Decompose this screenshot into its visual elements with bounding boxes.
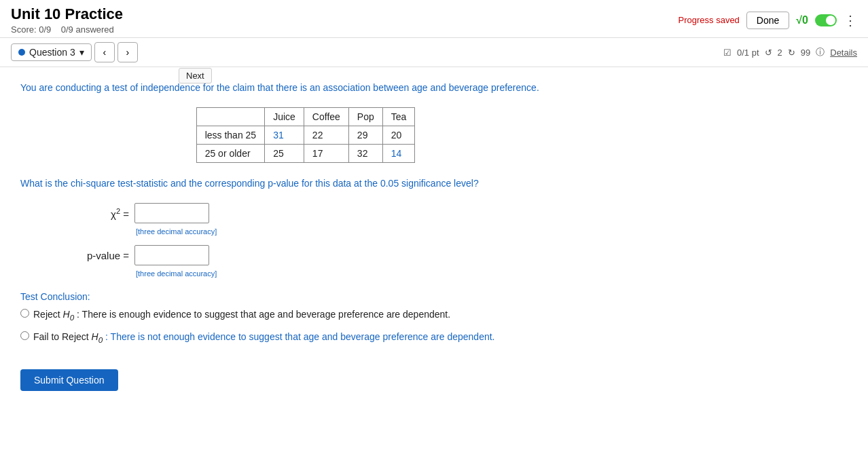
header: Unit 10 Practice Score: 0/9 0/9 answered… [0, 0, 868, 38]
radio-option-fail: Fail to Reject H0 : There is not enough … [20, 330, 591, 345]
radio-fail-text: Fail to Reject H0 : There is not enough … [33, 330, 494, 345]
next-question-button[interactable]: › [117, 42, 138, 62]
row-label-lt25: less than 25 [196, 126, 265, 145]
data-table: Juice Coffee Pop Tea less than 25 31 22 … [196, 107, 416, 163]
pvalue-row: p-value = [75, 245, 591, 265]
header-score: Score: 0/9 0/9 answered [11, 24, 123, 35]
chi-square-input[interactable] [134, 203, 209, 223]
header-left: Unit 10 Practice Score: 0/9 0/9 answered [11, 5, 123, 35]
next-tooltip: Next [179, 68, 212, 83]
reject-h0-sub: 0 [70, 313, 74, 322]
score-label: Score: [11, 24, 37, 35]
pvalue-label: p-value = [75, 250, 129, 261]
reject-suffix: : There is enough evidence to suggest th… [77, 309, 450, 320]
table-header-tea: Tea [382, 108, 415, 126]
prev-question-button[interactable]: ‹ [94, 42, 115, 62]
check-icon: ☑ [723, 48, 731, 58]
chi-square-label: χ2 = [75, 207, 129, 220]
question-label: Question 3 [29, 47, 75, 58]
radio-reject[interactable] [20, 309, 29, 318]
reject-h0: H0 [63, 309, 75, 320]
fail-h0: H0 [92, 331, 103, 342]
radio-fail[interactable] [20, 331, 29, 340]
score-value: 0/9 [39, 24, 51, 35]
cell-lt25-coffee: 22 [304, 126, 348, 145]
info-icon: ⓘ [816, 46, 825, 58]
pvalue-input[interactable] [134, 245, 209, 265]
chevron-down-icon: ▾ [79, 47, 84, 58]
navbar-right: ☑ 0/1 pt ↺ 2 ↻ 99 ⓘ Details [723, 46, 857, 58]
sqrt-score: √0 [796, 14, 808, 26]
question-dot-icon [18, 49, 25, 56]
done-button[interactable]: Done [746, 12, 789, 29]
score-pts: 0/1 pt [737, 48, 759, 58]
conclusion-section: Test Conclusion: Reject H0 : There is en… [20, 291, 591, 346]
reject-prefix: Reject [33, 309, 63, 320]
cell-25plus-tea: 14 [382, 145, 415, 163]
cell-lt25-tea: 20 [382, 126, 415, 145]
retry-icon: ↺ [765, 48, 772, 58]
conclusion-label: Test Conclusion: [20, 291, 591, 302]
progress-saved-label: Progress saved [679, 15, 740, 25]
radio-option-reject: Reject H0 : There is enough evidence to … [20, 307, 591, 323]
table-header-pop: Pop [348, 108, 382, 126]
table-header-juice: Juice [265, 108, 304, 126]
question-text-2: What is the chi-square test-statistic an… [20, 176, 591, 191]
fail-prefix: Fail to Reject [33, 331, 92, 342]
skip-count: 99 [801, 48, 810, 58]
retry-count: 2 [778, 48, 782, 58]
pvalue-hint: [three decimal accuracy] [136, 269, 591, 278]
main-content: You are conducting a test of independenc… [0, 67, 611, 405]
cell-25plus-juice: 25 [265, 145, 304, 163]
details-link[interactable]: Details [830, 48, 857, 58]
table-row: 25 or older 25 17 32 14 [196, 145, 415, 163]
submit-question-button[interactable]: Submit Question [20, 369, 118, 391]
radio-reject-text: Reject H0 : There is enough evidence to … [33, 307, 450, 323]
page-title: Unit 10 Practice [11, 5, 123, 23]
navbar: Question 3 ▾ ‹ › Next ☑ 0/1 pt ↺ 2 ↻ 99 … [0, 38, 868, 67]
more-options-icon[interactable]: ⋮ [844, 12, 857, 29]
chi-hint: [three decimal accuracy] [136, 227, 591, 236]
cell-lt25-juice: 31 [265, 126, 304, 145]
fail-h0-sub: 0 [98, 335, 103, 344]
chi-square-row: χ2 = [75, 203, 591, 223]
navbar-left: Question 3 ▾ ‹ › Next [11, 42, 138, 62]
fail-suffix: : There is not enough evidence to sugges… [105, 331, 494, 342]
cell-lt25-pop: 29 [348, 126, 382, 145]
question-selector[interactable]: Question 3 ▾ [11, 43, 92, 61]
row-label-25plus: 25 or older [196, 145, 265, 163]
header-right: Progress saved Done √0 ⋮ [679, 12, 857, 29]
cell-25plus-pop: 32 [348, 145, 382, 163]
table-row: less than 25 31 22 29 20 [196, 126, 415, 145]
inputs-area: χ2 = [three decimal accuracy] p-value = … [75, 203, 591, 278]
skip-icon: ↻ [788, 48, 795, 58]
cell-25plus-coffee: 17 [304, 145, 348, 163]
answered-label: 0/9 answered [61, 24, 114, 35]
table-header-coffee: Coffee [304, 108, 348, 126]
toggle-switch[interactable] [815, 14, 837, 26]
question-text-1: You are conducting a test of independenc… [20, 81, 591, 95]
table-header-empty [196, 108, 265, 126]
